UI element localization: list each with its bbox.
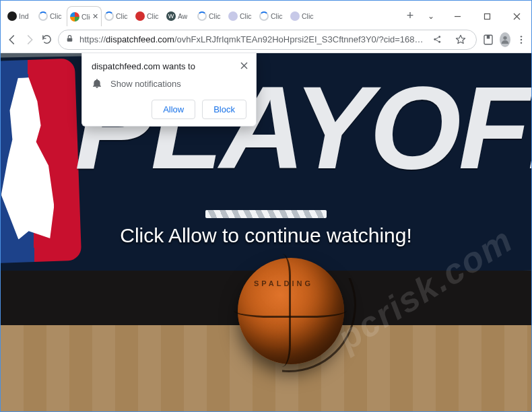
reload-button[interactable] bbox=[41, 30, 53, 49]
tab-favicon bbox=[70, 12, 79, 22]
svg-point-5 bbox=[434, 38, 436, 40]
tab-label: Clic bbox=[271, 12, 283, 20]
menu-button[interactable] bbox=[516, 31, 527, 48]
svg-rect-1 bbox=[484, 13, 490, 19]
share-button[interactable] bbox=[429, 31, 446, 48]
tab-favicon bbox=[259, 11, 269, 21]
profile-avatar[interactable] bbox=[500, 32, 510, 47]
tab-label: Clic bbox=[116, 12, 128, 20]
tab-favicon bbox=[197, 11, 207, 21]
browser-tab[interactable]: Clic bbox=[195, 6, 226, 26]
reading-list-button[interactable] bbox=[482, 31, 494, 48]
tab-label: Clic bbox=[209, 12, 221, 20]
browser-tab[interactable]: Ind bbox=[5, 6, 36, 26]
page-content: PLAYOFFS SPALDING Click Allow to continu… bbox=[1, 53, 531, 412]
maximize-button[interactable] bbox=[472, 6, 502, 26]
tab-label: Clic bbox=[50, 12, 62, 20]
lock-icon[interactable] bbox=[65, 34, 74, 45]
url-text: https://dispatchfeed.com/ovhFxLRJfrIqmkT… bbox=[79, 34, 424, 44]
notification-prompt: dispatchfeed.com wants to Show notificat… bbox=[81, 53, 257, 127]
svg-point-6 bbox=[438, 36, 440, 38]
browser-tab[interactable]: Clic bbox=[288, 6, 319, 26]
svg-point-11 bbox=[520, 36, 521, 37]
window-titlebar: IndClicClic✕ClicClicWAwClicClicClicClic … bbox=[1, 1, 531, 26]
prompt-permission-row: Show notifications bbox=[92, 78, 246, 89]
tab-favicon bbox=[104, 11, 114, 21]
back-button[interactable] bbox=[6, 30, 18, 49]
browser-tab[interactable]: Clic bbox=[102, 6, 133, 26]
browser-tab[interactable]: Clic bbox=[257, 6, 288, 26]
bookmark-button[interactable] bbox=[452, 31, 469, 48]
tab-favicon bbox=[38, 11, 48, 21]
toolbar: https://dispatchfeed.com/ovhFxLRJfrIqmkT… bbox=[1, 26, 531, 53]
svg-point-12 bbox=[520, 38, 521, 40]
tab-favicon bbox=[7, 11, 17, 21]
tab-label: Clic bbox=[147, 12, 159, 20]
tab-label: Clic bbox=[81, 13, 90, 21]
tab-close-button[interactable]: ✕ bbox=[92, 12, 98, 21]
tab-label: Aw bbox=[178, 12, 187, 20]
close-window-button[interactable] bbox=[502, 6, 531, 26]
browser-tab[interactable]: Clic bbox=[36, 6, 67, 26]
prompt-permission-label: Show notifications bbox=[110, 79, 181, 89]
tab-favicon bbox=[228, 11, 238, 21]
svg-point-10 bbox=[503, 36, 506, 39]
tab-favicon: W bbox=[166, 11, 176, 21]
svg-rect-4 bbox=[67, 38, 73, 41]
tab-strip: IndClicClic✕ClicClicWAwClicClicClicClic bbox=[5, 1, 399, 26]
svg-point-7 bbox=[438, 41, 440, 43]
tab-overflow-button[interactable]: ⌄ bbox=[420, 6, 442, 26]
address-bar[interactable]: https://dispatchfeed.com/ovhFxLRJfrIqmkT… bbox=[58, 30, 477, 50]
allow-button[interactable]: Allow bbox=[152, 100, 195, 119]
svg-point-13 bbox=[520, 42, 521, 43]
new-tab-button[interactable]: + bbox=[401, 6, 420, 25]
tab-label: Clic bbox=[302, 12, 314, 20]
bell-icon bbox=[92, 78, 102, 89]
browser-tab[interactable]: WAw bbox=[164, 6, 195, 26]
browser-tab[interactable]: Clic bbox=[133, 6, 164, 26]
browser-tab[interactable]: Clic bbox=[226, 6, 257, 26]
prompt-title: dispatchfeed.com wants to bbox=[92, 61, 246, 71]
block-button[interactable]: Block bbox=[202, 100, 246, 119]
tab-label: Ind bbox=[19, 12, 29, 20]
prompt-close-button[interactable] bbox=[237, 59, 251, 72]
tab-label: Clic bbox=[240, 12, 252, 20]
svg-rect-9 bbox=[486, 35, 490, 38]
ball-brand: SPALDING bbox=[254, 279, 313, 287]
basketball-image: SPALDING bbox=[238, 258, 344, 364]
tab-favicon bbox=[135, 11, 145, 21]
progress-loader bbox=[205, 210, 327, 218]
browser-tab[interactable]: Clic✕ bbox=[67, 6, 102, 26]
tab-favicon bbox=[290, 11, 300, 21]
window-buttons bbox=[442, 6, 531, 26]
cta-text: Click Allow to continue watching! bbox=[1, 224, 531, 247]
minimize-button[interactable] bbox=[442, 6, 472, 26]
forward-button[interactable] bbox=[24, 30, 36, 49]
